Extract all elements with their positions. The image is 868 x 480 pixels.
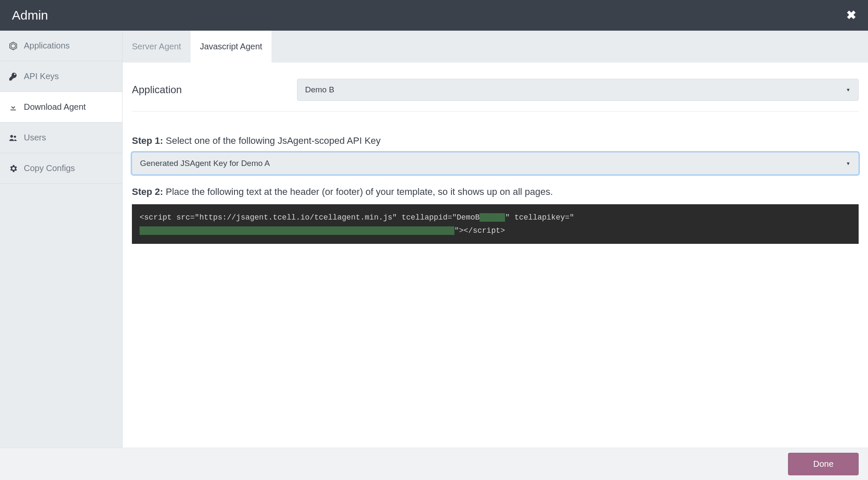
application-label: Application — [132, 84, 297, 96]
step1-title: Step 1: Select one of the following JsAg… — [132, 135, 859, 146]
caret-down-icon: ▼ — [846, 161, 851, 166]
step2-block: Step 2: Place the following text at the … — [132, 186, 859, 244]
users-icon — [9, 133, 18, 143]
code-mid: " tcellapikey=" — [505, 213, 574, 222]
sidebar-item-copy-configs[interactable]: Copy Configs — [0, 153, 122, 184]
sidebar-item-label: Download Agent — [24, 102, 86, 112]
modal-header: Admin ✖ — [0, 0, 868, 31]
code-suffix: "></script> — [454, 226, 505, 235]
api-key-select-value: Generated JSAgent Key for Demo A — [140, 159, 270, 168]
caret-down-icon: ▼ — [846, 87, 851, 92]
done-button[interactable]: Done — [788, 453, 859, 475]
svg-marker-0 — [10, 42, 17, 49]
download-icon — [9, 103, 18, 112]
step1-block: Step 1: Select one of the following JsAg… — [132, 135, 859, 174]
step1-text: Select one of the following JsAgent-scop… — [166, 135, 380, 146]
sidebar-item-download-agent[interactable]: Download Agent — [0, 92, 122, 123]
key-icon — [9, 72, 18, 81]
tab-content: Application Demo B ▼ Step 1: Select one … — [123, 63, 868, 448]
application-row: Application Demo B ▼ — [132, 71, 859, 111]
close-icon[interactable]: ✖ — [846, 9, 856, 21]
step2-title: Step 2: Place the following text at the … — [132, 186, 859, 197]
sidebar-item-api-keys[interactable]: API Keys — [0, 61, 122, 92]
step1-label: Step 1: — [132, 135, 163, 146]
step2-label: Step 2: — [132, 186, 163, 197]
api-key-select[interactable]: Generated JSAgent Key for Demo A ▼ — [132, 152, 859, 174]
sidebar-item-applications[interactable]: Applications — [0, 31, 122, 61]
svg-point-2 — [10, 135, 13, 137]
step2-text: Place the following text at the header (… — [166, 186, 553, 197]
application-select-value: Demo B — [305, 85, 334, 94]
tabbar: Server Agent Javascript Agent — [123, 31, 868, 63]
redacted-apikey — [140, 226, 454, 235]
sidebar-item-users[interactable]: Users — [0, 123, 122, 153]
application-select[interactable]: Demo B ▼ — [297, 79, 859, 101]
hexagon-icon — [9, 41, 18, 51]
sidebar-item-label: Users — [24, 133, 46, 143]
modal-title: Admin — [12, 8, 48, 23]
sidebar-item-label: Applications — [24, 41, 70, 51]
sidebar-item-label: API Keys — [24, 71, 59, 81]
main-panel: Server Agent Javascript Agent Applicatio… — [123, 31, 868, 448]
modal-body: Applications API Keys Download Agent — [0, 31, 868, 448]
tab-server-agent[interactable]: Server Agent — [123, 31, 191, 63]
gear-icon — [9, 164, 18, 173]
svg-marker-1 — [11, 43, 15, 48]
modal-footer: Done — [0, 448, 868, 480]
code-snippet[interactable]: <script src="https://jsagent.tcell.io/tc… — [132, 204, 859, 244]
sidebar-item-label: Copy Configs — [24, 163, 75, 173]
tab-javascript-agent[interactable]: Javascript Agent — [191, 31, 272, 63]
svg-point-3 — [14, 135, 16, 137]
redacted-appid — [480, 213, 505, 222]
code-prefix: <script src="https://jsagent.tcell.io/tc… — [140, 213, 480, 222]
sidebar: Applications API Keys Download Agent — [0, 31, 123, 448]
